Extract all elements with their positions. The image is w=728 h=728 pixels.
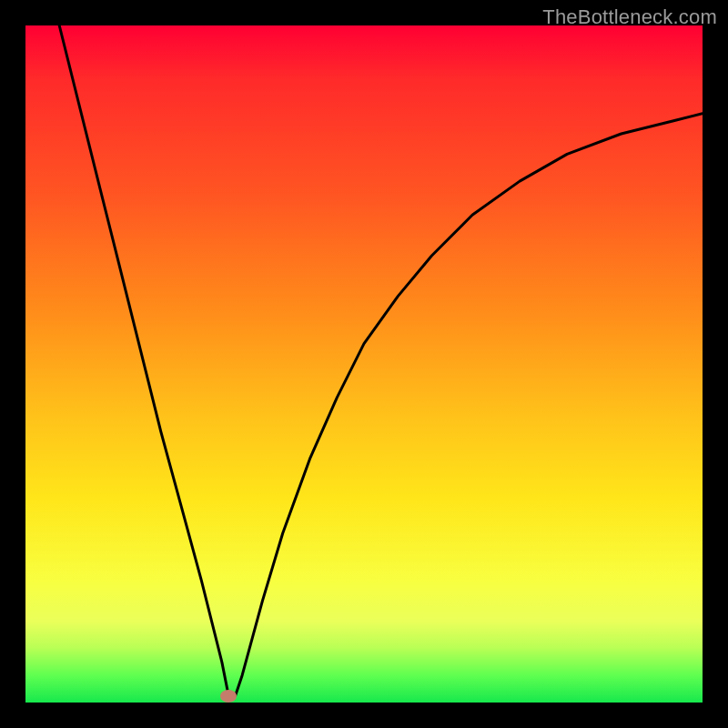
optimal-point-marker	[220, 690, 237, 703]
chart-frame: TheBottleneck.com	[0, 0, 728, 728]
plot-area	[25, 25, 703, 703]
bottleneck-curve	[25, 25, 703, 703]
